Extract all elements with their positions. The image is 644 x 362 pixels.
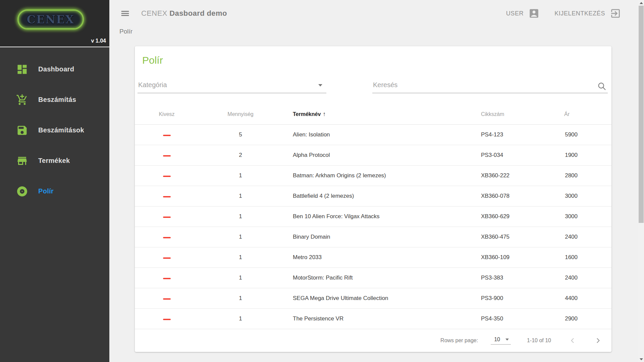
account-box-icon	[528, 8, 540, 19]
cell-remove	[135, 274, 199, 282]
remove-item-button[interactable]	[160, 132, 173, 139]
table-row: 1 MotorStorm: Pacific Rift PS3-383 2400	[135, 268, 611, 288]
scrollbar-down-button[interactable]	[638, 356, 644, 362]
album-icon	[16, 185, 28, 197]
scrollbar-up-button[interactable]	[638, 0, 644, 6]
polir-card: Polír Kategória Keresés Kivesz Mennyiség…	[135, 46, 611, 352]
logout-button[interactable]: KIJELENTKEZÉS	[554, 8, 621, 19]
remove-item-button[interactable]	[160, 193, 173, 200]
cell-product-name: Batman: Arkham Origins (2 lemezes)	[282, 172, 470, 179]
sidebar-item-polir[interactable]: Polír	[0, 176, 109, 206]
cell-price: 2400	[551, 234, 611, 240]
cell-remove	[135, 192, 199, 200]
topbar: CENEX Dasboard demo USER KIJELENTKEZÉS	[109, 0, 644, 27]
user-button[interactable]: USER	[506, 8, 540, 19]
sidebar-item-beszamitas[interactable]: Beszámítás	[0, 84, 109, 115]
cell-product-name: MotorStorm: Pacific Rift	[282, 275, 470, 281]
category-select[interactable]: Kategória	[138, 76, 326, 93]
breadcrumb: Polír	[109, 27, 644, 36]
sidebar-item-label: Beszámítás	[38, 96, 76, 104]
scrollbar-thumb[interactable]	[639, 6, 644, 223]
remove-item-button[interactable]	[160, 173, 173, 180]
menu-toggle-button[interactable]	[119, 7, 131, 19]
app-title-bold: Dasboard demo	[169, 9, 227, 17]
cell-price: 3000	[551, 193, 611, 199]
cell-price: 1600	[551, 254, 611, 261]
minus-icon	[163, 217, 171, 218]
sidebar-item-label: Dashboard	[38, 65, 74, 73]
sidebar-item-beszamitasok[interactable]: Beszámítások	[0, 115, 109, 145]
cell-price: 2400	[551, 275, 611, 281]
cell-quantity: 1	[199, 315, 282, 322]
cell-quantity: 1	[199, 275, 282, 281]
remove-item-button[interactable]	[160, 316, 173, 323]
cell-sku: XB360-078	[470, 193, 551, 199]
logo-text: CENEX	[27, 13, 74, 26]
cell-quantity: 5	[199, 131, 282, 138]
version-label: v 1.04	[91, 38, 106, 44]
table-header: Kivesz Mennyiség Terméknév↑ Cikkszám Ár	[135, 104, 611, 125]
sort-asc-icon: ↑	[323, 111, 326, 117]
rows-per-page-value: 10	[494, 337, 500, 343]
cell-product-name: SEGA Mega Drive Ultimate Collection	[282, 295, 470, 302]
remove-item-button[interactable]	[160, 234, 173, 241]
chevron-left-icon	[569, 337, 577, 345]
cell-remove	[135, 295, 199, 302]
cell-product-name: The Persistence VR	[282, 315, 470, 322]
sidebar-item-termekek[interactable]: Termékek	[0, 145, 109, 176]
cell-product-name: Battlefield 4 (2 lemezes)	[282, 193, 470, 199]
header-ar[interactable]: Ár	[551, 111, 611, 117]
cell-sku: PS3-900	[470, 295, 551, 302]
logout-icon	[610, 8, 621, 19]
sidebar-item-label: Polír	[38, 187, 54, 195]
cell-product-name: Ben 10 Alien Force: Vilgax Attacks	[282, 213, 470, 220]
cell-remove	[135, 152, 199, 159]
next-page-button[interactable]	[594, 337, 602, 345]
remove-item-button[interactable]	[160, 296, 173, 302]
remove-item-button[interactable]	[160, 255, 173, 261]
minus-icon	[163, 135, 171, 136]
rows-per-page-select[interactable]: 10	[491, 337, 511, 345]
header-mennyiseg[interactable]: Mennyiség	[199, 111, 282, 117]
cell-quantity: 1	[199, 213, 282, 220]
cell-product-name: Binary Domain	[282, 234, 470, 240]
pagination-range: 1-10 of 10	[527, 338, 551, 344]
main-area: CENEX Dasboard demo USER KIJELENTKEZÉS P…	[109, 0, 644, 362]
sidebar-item-dashboard[interactable]: Dashboard	[0, 54, 109, 84]
table-row: 1 Metro 2033 XB360-109 1600	[135, 247, 611, 268]
search-placeholder: Keresés	[373, 81, 397, 89]
header-cikkszam[interactable]: Cikkszám	[470, 111, 551, 117]
chevron-down-icon	[318, 84, 322, 86]
minus-icon	[163, 278, 171, 279]
header-kivesz[interactable]: Kivesz	[135, 111, 199, 117]
cell-quantity: 1	[199, 193, 282, 199]
header-termeknev[interactable]: Terméknév↑	[282, 111, 470, 118]
dashboard-icon	[16, 63, 28, 75]
cell-remove	[135, 233, 199, 241]
add-shopping-cart-icon	[16, 94, 28, 106]
logout-label: KIJELENTKEZÉS	[554, 10, 605, 17]
cell-price: 5900	[551, 131, 611, 138]
previous-page-button[interactable]	[569, 337, 577, 345]
cell-sku: XB360-629	[470, 213, 551, 220]
search-icon[interactable]	[597, 81, 606, 91]
remove-item-button[interactable]	[160, 153, 173, 159]
sidebar-nav: Dashboard Beszámítás Beszámítások Termék…	[0, 47, 109, 206]
cell-sku: PS4-350	[470, 315, 551, 322]
cell-product-name: Alpha Protocol	[282, 152, 470, 159]
header-termeknev-label: Terméknév	[293, 111, 321, 117]
cell-sku: XB360-222	[470, 172, 551, 179]
minus-icon	[163, 319, 171, 320]
search-input[interactable]: Keresés	[372, 76, 608, 93]
cell-price: 3000	[551, 213, 611, 220]
app-title: CENEX Dasboard demo	[141, 9, 227, 18]
remove-item-button[interactable]	[160, 275, 173, 282]
filter-bar: Kategória Keresés	[135, 76, 611, 93]
cell-remove	[135, 131, 199, 139]
cell-sku: PS4-123	[470, 131, 551, 138]
table-row: 5 Alien: Isolation PS4-123 5900	[135, 125, 611, 145]
remove-item-button[interactable]	[160, 214, 173, 221]
chevron-right-icon	[594, 337, 602, 345]
chevron-down-icon	[505, 339, 509, 341]
save-icon	[16, 124, 28, 136]
